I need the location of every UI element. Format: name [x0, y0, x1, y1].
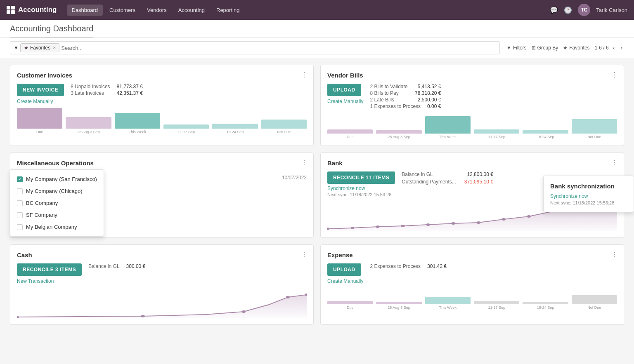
create-manually-link[interactable]: Create Manually: [17, 99, 53, 104]
bar-label: Not Due: [587, 135, 601, 139]
bar: [474, 301, 519, 304]
cash-header-row: RECONCILE 3 ITEMS New Transaction Balanc…: [17, 263, 307, 284]
bar-label: Not Due: [277, 130, 291, 134]
nav-reporting[interactable]: Reporting: [211, 5, 244, 16]
bar-group: This Week: [425, 116, 471, 139]
company-checkbox-belgian[interactable]: [17, 224, 23, 230]
stat-expenses: 1 Expenses to Process 0.00 €: [370, 103, 441, 109]
expense-header-row: UPLOAD Create Manually 2 Expenses to Pro…: [327, 263, 617, 284]
cash-card: ⋮ Cash RECONCILE 3 ITEMS New Transaction…: [10, 244, 314, 325]
expense-create-manually-link[interactable]: Create Manually: [327, 278, 363, 284]
bar-label: 28 Aug-3 Sep: [388, 305, 410, 310]
toolbar: ▼ ★ Favorites × ▼ Filters ⊞ Group By ★ F…: [0, 38, 634, 58]
expense-stats: 2 Expenses to Process 301.42 €: [370, 263, 446, 269]
reconcile-3-button[interactable]: RECONCILE 3 ITEMS: [17, 263, 82, 276]
svg-point-2: [376, 225, 380, 228]
cash-menu[interactable]: ⋮: [301, 251, 308, 258]
bar-label: 28 Aug-3 Sep: [77, 130, 100, 134]
vendor-bills-menu[interactable]: ⋮: [611, 71, 618, 79]
svg-point-4: [426, 223, 430, 226]
vendor-create-manually-link[interactable]: Create Manually: [327, 99, 363, 104]
customer-invoices-title: Customer Invoices: [17, 72, 307, 79]
nav-dashboard[interactable]: Dashboard: [67, 5, 103, 16]
favorites-button[interactable]: ★ Favorites: [563, 45, 589, 51]
bar: [572, 119, 617, 134]
toolbar-right: ▼ Filters ⊞ Group By ★ Favorites 1-6 / 6…: [506, 44, 624, 52]
bank-sync-now-link[interactable]: Synchronize now: [550, 193, 588, 199]
bar-group: 18-24 Sep: [212, 124, 258, 134]
customer-invoices-header-row: NEW INVOICE Create Manually 8 Unpaid Inv…: [17, 84, 307, 104]
company-dropdown: My Company (San Francisco) My Company (C…: [10, 169, 104, 237]
bar-label: Not Due: [587, 305, 601, 310]
expense-actions: UPLOAD Create Manually: [327, 263, 363, 284]
pagination-next[interactable]: ›: [619, 44, 624, 52]
company-item-bc[interactable]: BC Company: [10, 197, 104, 209]
filters-button[interactable]: ▼ Filters: [506, 45, 527, 51]
stat-unpaid: 8 Unpaid Invoices 81,773.37 €: [71, 84, 143, 89]
brand-logo: Accounting: [7, 6, 57, 14]
company-checkbox-sf[interactable]: [17, 176, 23, 182]
company-item-sf2[interactable]: SF Company: [10, 209, 104, 221]
expense-title: Expense: [327, 251, 617, 258]
company-label-belgian: My Belgian Company: [26, 224, 77, 230]
bank-balance-stats: Balance in GL 12,800.00 € Outstanding Pa…: [402, 171, 493, 186]
bar: [66, 117, 111, 129]
vendor-bills-stats: 2 Bills to Validate 5,413.52 € 8 Bills t…: [370, 84, 441, 109]
pagination-prev[interactable]: ‹: [611, 44, 617, 52]
top-navigation: Accounting Dashboard Customers Vendors A…: [0, 0, 634, 20]
chat-icon[interactable]: 💬: [550, 6, 558, 14]
customer-invoices-menu[interactable]: ⋮: [301, 71, 308, 79]
pagination: 1-6 / 6 ‹ ›: [595, 44, 624, 52]
groupby-button[interactable]: ⊞ Group By: [532, 45, 558, 51]
synchronize-now-button[interactable]: Synchronize now: [327, 186, 365, 191]
svg-point-16: [286, 296, 290, 298]
cash-title: Cash: [17, 251, 307, 258]
company-label-chicago: My Company (Chicago): [26, 188, 83, 194]
company-checkbox-bc[interactable]: [17, 200, 23, 206]
misc-menu[interactable]: ⋮: [301, 159, 308, 167]
new-transaction-link[interactable]: New Transaction: [17, 278, 54, 284]
bar-group: 11-17 Sep: [163, 124, 209, 134]
cash-balance: Balance in GL 300.00 €: [88, 263, 145, 269]
bar-label: 18-24 Sep: [537, 305, 554, 310]
search-input[interactable]: [61, 45, 496, 51]
company-item-sf[interactable]: My Company (San Francisco): [10, 173, 104, 185]
vendor-bills-card: ⋮ Vendor Bills UPLOAD Create Manually 2 …: [320, 65, 624, 146]
bar-label: 28 Aug-3 Sep: [388, 135, 410, 139]
company-checkbox-sf2[interactable]: [17, 212, 23, 218]
company-label-sf2: SF Company: [26, 212, 57, 218]
upload-button[interactable]: UPLOAD: [327, 84, 361, 96]
filter-tag-close[interactable]: ×: [53, 45, 56, 51]
reconcile-11-button[interactable]: RECONCILE 11 ITEMS: [327, 171, 395, 184]
svg-point-13: [17, 316, 19, 318]
bank-outstanding: Outstanding Payments... -371,095.10 €: [402, 179, 493, 185]
svg-point-3: [401, 225, 405, 227]
svg-point-15: [242, 310, 246, 313]
bar-label: Due: [347, 135, 354, 139]
company-checkbox-chicago[interactable]: [17, 188, 23, 194]
expense-card: ⋮ Expense UPLOAD Create Manually 2 Expen…: [320, 244, 624, 325]
pagination-info: 1-6 / 6: [595, 45, 609, 51]
new-invoice-button[interactable]: NEW INVOICE: [17, 84, 64, 96]
bar-label: 11-17 Sep: [177, 130, 195, 134]
bar-group: Not Due: [261, 120, 307, 134]
stat-late: 3 Late Invoices 42,351.37 €: [71, 90, 143, 96]
bar: [212, 124, 258, 129]
company-item-belgian[interactable]: My Belgian Company: [10, 221, 104, 233]
groupby-icon: ⊞: [532, 45, 536, 51]
nav-customers[interactable]: Customers: [104, 5, 140, 16]
svg-point-7: [502, 218, 506, 221]
nav-vendors[interactable]: Vendors: [142, 5, 172, 16]
nav-accounting[interactable]: Accounting: [173, 5, 210, 16]
bar-label: This Week: [129, 130, 146, 134]
bar-group: Due: [327, 301, 373, 310]
filter-funnel-icon: ▼: [506, 45, 511, 51]
expense-menu[interactable]: ⋮: [611, 251, 618, 258]
vendor-bills-title: Vendor Bills: [327, 72, 617, 79]
company-item-chicago[interactable]: My Company (Chicago): [10, 185, 104, 197]
avatar[interactable]: TC: [578, 4, 590, 16]
clock-icon[interactable]: 🕐: [564, 6, 572, 14]
cash-actions: RECONCILE 3 ITEMS New Transaction: [17, 263, 82, 284]
expense-upload-button[interactable]: UPLOAD: [327, 263, 361, 276]
bank-menu[interactable]: ⋮: [611, 159, 618, 167]
